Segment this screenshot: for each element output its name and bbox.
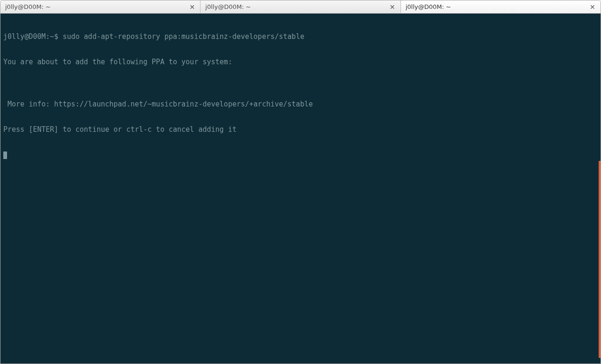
terminal-viewport[interactable]: j0lly@D00M:~$ sudo add-apt-repository pp… bbox=[0, 14, 601, 364]
cursor-block bbox=[3, 152, 7, 159]
terminal-line-prompt: j0lly@D00M:~$ sudo add-apt-repository pp… bbox=[3, 32, 598, 41]
shell-command: sudo add-apt-repository ppa:musicbrainz-… bbox=[62, 32, 304, 41]
tab-bar: j0lly@D00M: ~ ✕ j0lly@D00M: ~ ✕ j0lly@D0… bbox=[0, 0, 601, 14]
tab-3[interactable]: j0lly@D00M: ~ ✕ bbox=[401, 0, 601, 13]
close-icon[interactable]: ✕ bbox=[589, 4, 596, 10]
close-icon[interactable]: ✕ bbox=[389, 4, 396, 10]
tab-2[interactable]: j0lly@D00M: ~ ✕ bbox=[200, 0, 401, 13]
shell-prompt: j0lly@D00M:~$ bbox=[3, 32, 62, 41]
terminal-line: More info: https://launchpad.net/~musicb… bbox=[3, 100, 598, 108]
scrollbar-thumb[interactable] bbox=[599, 161, 601, 358]
tab-label: j0lly@D00M: ~ bbox=[406, 3, 451, 10]
terminal-line: Press [ENTER] to continue or ctrl-c to c… bbox=[3, 125, 598, 134]
terminal-cursor-line bbox=[3, 151, 598, 159]
tab-label: j0lly@D00M: ~ bbox=[205, 3, 251, 10]
tab-1[interactable]: j0lly@D00M: ~ ✕ bbox=[0, 0, 200, 13]
tab-label: j0lly@D00M: ~ bbox=[5, 3, 51, 10]
terminal-window: j0lly@D00M: ~ ✕ j0lly@D00M: ~ ✕ j0lly@D0… bbox=[0, 0, 601, 364]
close-icon[interactable]: ✕ bbox=[189, 4, 195, 10]
terminal-line: You are about to add the following PPA t… bbox=[3, 58, 598, 66]
